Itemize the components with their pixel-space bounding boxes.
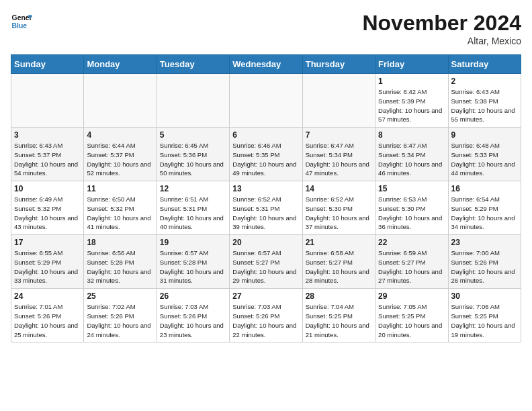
calendar-day-cell: 2Sunrise: 6:43 AM Sunset: 5:38 PM Daylig… bbox=[448, 74, 521, 128]
calendar-day-cell: 26Sunrise: 7:03 AM Sunset: 5:26 PM Dayli… bbox=[157, 289, 229, 342]
day-number: 12 bbox=[160, 184, 226, 193]
calendar-day-cell: 11Sunrise: 6:50 AM Sunset: 5:32 PM Dayli… bbox=[84, 181, 157, 235]
day-sun-info: Sunrise: 6:59 AM Sunset: 5:27 PM Dayligh… bbox=[378, 248, 445, 285]
weekday-header-friday: Friday bbox=[375, 55, 448, 74]
calendar-day-cell: 20Sunrise: 6:57 AM Sunset: 5:27 PM Dayli… bbox=[230, 235, 302, 289]
calendar-day-cell: 17Sunrise: 6:55 AM Sunset: 5:29 PM Dayli… bbox=[11, 235, 84, 289]
day-sun-info: Sunrise: 6:42 AM Sunset: 5:39 PM Dayligh… bbox=[378, 87, 445, 124]
day-number: 30 bbox=[451, 291, 518, 301]
day-sun-info: Sunrise: 6:43 AM Sunset: 5:37 PM Dayligh… bbox=[14, 141, 81, 178]
day-sun-info: Sunrise: 6:44 AM Sunset: 5:37 PM Dayligh… bbox=[87, 141, 153, 178]
calendar-day-cell: 3Sunrise: 6:43 AM Sunset: 5:37 PM Daylig… bbox=[11, 128, 84, 181]
day-number: 1 bbox=[378, 77, 445, 86]
calendar-day-cell: 28Sunrise: 7:04 AM Sunset: 5:25 PM Dayli… bbox=[302, 289, 375, 342]
day-sun-info: Sunrise: 6:43 AM Sunset: 5:38 PM Dayligh… bbox=[451, 87, 518, 124]
calendar-day-cell: 1Sunrise: 6:42 AM Sunset: 5:39 PM Daylig… bbox=[375, 74, 448, 128]
calendar-day-cell: 4Sunrise: 6:44 AM Sunset: 5:37 PM Daylig… bbox=[84, 128, 157, 181]
day-sun-info: Sunrise: 6:51 AM Sunset: 5:31 PM Dayligh… bbox=[160, 195, 226, 232]
day-sun-info: Sunrise: 7:06 AM Sunset: 5:25 PM Dayligh… bbox=[451, 302, 518, 339]
calendar-day-cell: 25Sunrise: 7:02 AM Sunset: 5:26 PM Dayli… bbox=[84, 289, 157, 342]
day-number: 26 bbox=[160, 291, 226, 301]
day-number: 19 bbox=[160, 238, 226, 247]
calendar-day-cell: 16Sunrise: 6:54 AM Sunset: 5:29 PM Dayli… bbox=[448, 181, 521, 235]
day-number: 11 bbox=[87, 184, 153, 193]
calendar-day-cell: 24Sunrise: 7:01 AM Sunset: 5:26 PM Dayli… bbox=[11, 289, 84, 342]
calendar-day-cell: 27Sunrise: 7:03 AM Sunset: 5:26 PM Dayli… bbox=[230, 289, 302, 342]
day-sun-info: Sunrise: 6:57 AM Sunset: 5:27 PM Dayligh… bbox=[232, 248, 299, 285]
day-sun-info: Sunrise: 6:47 AM Sunset: 5:34 PM Dayligh… bbox=[378, 141, 445, 178]
day-number: 28 bbox=[306, 291, 372, 301]
calendar-day-cell: 21Sunrise: 6:58 AM Sunset: 5:27 PM Dayli… bbox=[302, 235, 375, 289]
calendar-day-cell bbox=[157, 74, 229, 128]
day-number: 6 bbox=[232, 130, 299, 140]
calendar-day-cell: 5Sunrise: 6:45 AM Sunset: 5:36 PM Daylig… bbox=[157, 128, 229, 181]
logo-icon: General Blue bbox=[11, 11, 32, 32]
calendar-day-cell: 14Sunrise: 6:52 AM Sunset: 5:30 PM Dayli… bbox=[302, 181, 375, 235]
day-number: 17 bbox=[14, 238, 81, 247]
day-sun-info: Sunrise: 6:57 AM Sunset: 5:28 PM Dayligh… bbox=[160, 248, 226, 285]
calendar-week-row: 17Sunrise: 6:55 AM Sunset: 5:29 PM Dayli… bbox=[11, 235, 521, 289]
day-number: 23 bbox=[451, 238, 518, 247]
day-sun-info: Sunrise: 7:03 AM Sunset: 5:26 PM Dayligh… bbox=[160, 302, 226, 339]
day-number: 18 bbox=[87, 238, 153, 247]
weekday-header-tuesday: Tuesday bbox=[157, 55, 229, 74]
month-year-title: November 2024 bbox=[362, 11, 521, 36]
day-sun-info: Sunrise: 6:54 AM Sunset: 5:29 PM Dayligh… bbox=[451, 195, 518, 232]
logo: General Blue bbox=[11, 11, 32, 32]
day-sun-info: Sunrise: 6:52 AM Sunset: 5:31 PM Dayligh… bbox=[232, 195, 299, 232]
day-sun-info: Sunrise: 6:53 AM Sunset: 5:30 PM Dayligh… bbox=[378, 195, 445, 232]
day-sun-info: Sunrise: 6:52 AM Sunset: 5:30 PM Dayligh… bbox=[306, 195, 372, 232]
weekday-header-wednesday: Wednesday bbox=[230, 55, 302, 74]
weekday-header-row: SundayMondayTuesdayWednesdayThursdayFrid… bbox=[11, 55, 521, 74]
day-number: 29 bbox=[378, 291, 445, 301]
weekday-header-sunday: Sunday bbox=[11, 55, 84, 74]
day-number: 22 bbox=[378, 238, 445, 247]
day-number: 3 bbox=[14, 130, 81, 140]
day-number: 16 bbox=[451, 184, 518, 193]
day-sun-info: Sunrise: 6:47 AM Sunset: 5:34 PM Dayligh… bbox=[306, 141, 372, 178]
calendar-day-cell: 10Sunrise: 6:49 AM Sunset: 5:32 PM Dayli… bbox=[11, 181, 84, 235]
day-sun-info: Sunrise: 6:55 AM Sunset: 5:29 PM Dayligh… bbox=[14, 248, 81, 285]
calendar-week-row: 10Sunrise: 6:49 AM Sunset: 5:32 PM Dayli… bbox=[11, 181, 521, 235]
calendar-day-cell: 9Sunrise: 6:48 AM Sunset: 5:33 PM Daylig… bbox=[448, 128, 521, 181]
location-subtitle: Altar, Mexico bbox=[362, 36, 521, 46]
day-sun-info: Sunrise: 6:50 AM Sunset: 5:32 PM Dayligh… bbox=[87, 195, 153, 232]
day-sun-info: Sunrise: 6:46 AM Sunset: 5:35 PM Dayligh… bbox=[232, 141, 299, 178]
calendar-day-cell: 13Sunrise: 6:52 AM Sunset: 5:31 PM Dayli… bbox=[230, 181, 302, 235]
calendar-day-cell: 23Sunrise: 7:00 AM Sunset: 5:26 PM Dayli… bbox=[448, 235, 521, 289]
weekday-header-saturday: Saturday bbox=[448, 55, 521, 74]
calendar-day-cell bbox=[230, 74, 302, 128]
weekday-header-monday: Monday bbox=[84, 55, 157, 74]
weekday-header-thursday: Thursday bbox=[302, 55, 375, 74]
day-number: 13 bbox=[232, 184, 299, 193]
calendar-day-cell: 30Sunrise: 7:06 AM Sunset: 5:25 PM Dayli… bbox=[448, 289, 521, 342]
calendar-table: SundayMondayTuesdayWednesdayThursdayFrid… bbox=[11, 54, 521, 342]
day-number: 9 bbox=[451, 130, 518, 140]
day-number: 2 bbox=[451, 77, 518, 86]
day-sun-info: Sunrise: 7:01 AM Sunset: 5:26 PM Dayligh… bbox=[14, 302, 81, 339]
day-sun-info: Sunrise: 7:03 AM Sunset: 5:26 PM Dayligh… bbox=[232, 302, 299, 339]
title-block: November 2024 Altar, Mexico bbox=[362, 11, 521, 46]
day-number: 8 bbox=[378, 130, 445, 140]
day-sun-info: Sunrise: 7:04 AM Sunset: 5:25 PM Dayligh… bbox=[306, 302, 372, 339]
calendar-day-cell: 22Sunrise: 6:59 AM Sunset: 5:27 PM Dayli… bbox=[375, 235, 448, 289]
calendar-day-cell: 15Sunrise: 6:53 AM Sunset: 5:30 PM Dayli… bbox=[375, 181, 448, 235]
day-sun-info: Sunrise: 6:58 AM Sunset: 5:27 PM Dayligh… bbox=[306, 248, 372, 285]
day-sun-info: Sunrise: 7:02 AM Sunset: 5:26 PM Dayligh… bbox=[87, 302, 153, 339]
day-number: 4 bbox=[87, 130, 153, 140]
calendar-day-cell: 12Sunrise: 6:51 AM Sunset: 5:31 PM Dayli… bbox=[157, 181, 229, 235]
calendar-week-row: 1Sunrise: 6:42 AM Sunset: 5:39 PM Daylig… bbox=[11, 74, 521, 128]
calendar-day-cell bbox=[84, 74, 157, 128]
day-sun-info: Sunrise: 6:49 AM Sunset: 5:32 PM Dayligh… bbox=[14, 195, 81, 232]
calendar-day-cell: 7Sunrise: 6:47 AM Sunset: 5:34 PM Daylig… bbox=[302, 128, 375, 181]
page-header: General Blue November 2024 Altar, Mexico bbox=[11, 11, 521, 46]
calendar-day-cell: 6Sunrise: 6:46 AM Sunset: 5:35 PM Daylig… bbox=[230, 128, 302, 181]
calendar-day-cell: 19Sunrise: 6:57 AM Sunset: 5:28 PM Dayli… bbox=[157, 235, 229, 289]
calendar-day-cell bbox=[11, 74, 84, 128]
calendar-day-cell: 29Sunrise: 7:05 AM Sunset: 5:25 PM Dayli… bbox=[375, 289, 448, 342]
calendar-day-cell: 18Sunrise: 6:56 AM Sunset: 5:28 PM Dayli… bbox=[84, 235, 157, 289]
day-sun-info: Sunrise: 7:00 AM Sunset: 5:26 PM Dayligh… bbox=[451, 248, 518, 285]
calendar-day-cell: 8Sunrise: 6:47 AM Sunset: 5:34 PM Daylig… bbox=[375, 128, 448, 181]
day-number: 15 bbox=[378, 184, 445, 193]
day-number: 10 bbox=[14, 184, 81, 193]
